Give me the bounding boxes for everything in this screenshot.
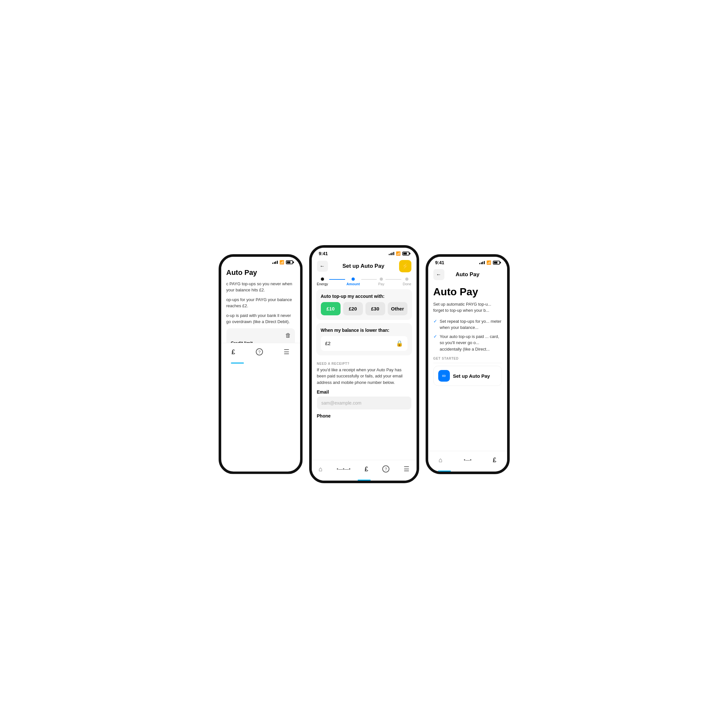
center-help-icon: ? <box>382 465 389 473</box>
setup-btn-label: Set up Auto Pay <box>453 373 490 379</box>
center-nav-pound[interactable]: £ <box>364 465 368 473</box>
step-amount: Amount <box>346 277 360 286</box>
menu-nav-icon: ☰ <box>284 348 289 356</box>
checkmark-1: ✓ <box>433 318 437 324</box>
center-nav-home[interactable]: ⌂ <box>318 465 323 473</box>
lock-icon: 🔒 <box>396 340 403 347</box>
right-home-icon: ⌂ <box>439 456 442 464</box>
right-nav-home[interactable]: ⌂ <box>439 456 442 464</box>
center-bottom-nav: ⌂ •—•—• £ ? ☰ <box>312 460 416 480</box>
get-started-label: GET STARTED <box>433 357 502 360</box>
back-arrow-icon: ← <box>320 263 325 269</box>
lightning-button[interactable]: ⚡ <box>399 260 411 272</box>
email-label: Email <box>317 389 411 395</box>
check-text-2: Your auto top-up is paid ... card, so yo… <box>440 333 502 353</box>
center-pound-icon: £ <box>364 465 368 473</box>
right-phone: 9:41 📶 ← Auto Pay Auto Pay <box>426 254 510 474</box>
step-energy: Energy <box>317 277 328 286</box>
right-header: ← Auto Pay <box>428 266 507 283</box>
step-dot-amount <box>352 277 355 281</box>
infinity-icon: ∞ <box>438 370 450 382</box>
step-dot-done <box>405 277 408 281</box>
amount-20-button[interactable]: £20 <box>343 302 363 315</box>
center-battery-icon <box>402 252 410 255</box>
step-label-amount: Amount <box>346 282 360 286</box>
left-status-bar: 📶 <box>221 257 300 266</box>
step-line-1 <box>329 279 345 280</box>
receipt-desc: If you'd like a receipt when your Auto P… <box>317 367 411 386</box>
divider <box>433 363 502 363</box>
right-nav-dots[interactable]: •—• <box>464 457 471 462</box>
step-dot-pay <box>380 277 383 281</box>
nav-item-menu-left[interactable]: ☰ <box>284 348 289 356</box>
email-input[interactable]: sam@example.com <box>317 396 411 410</box>
left-desc2: op-ups for your PAYG your balance reache… <box>226 297 295 309</box>
step-done: Done <box>403 277 411 286</box>
auto-pay-title: Auto Pay <box>433 286 502 298</box>
center-menu-icon: ☰ <box>404 465 410 473</box>
right-pound-icon: £ <box>493 456 496 464</box>
balance-title: When my balance is lower than: <box>321 327 407 333</box>
signal-icon <box>272 261 278 264</box>
pound-nav-icon: £ <box>232 348 235 356</box>
receipt-label: NEED A RECEIPT? <box>317 362 411 366</box>
left-desc3: o-up is paid with your bank ll never go … <box>226 312 295 325</box>
dots-icon: •—•—• <box>336 466 350 471</box>
balance-input-row: £2 🔒 <box>321 336 407 351</box>
balance-section: When my balance is lower than: £2 🔒 <box>316 323 412 355</box>
center-screen: 9:41 📶 ← Set up Auto Pay ⚡ <box>312 248 416 480</box>
center-nav-help[interactable]: ? <box>382 465 389 473</box>
nav-item-pound-left[interactable]: £ <box>232 348 235 356</box>
check-text-1: Set repeat top-ups for yo... meter when … <box>440 318 502 331</box>
center-time: 9:41 <box>319 251 328 256</box>
trash-icon[interactable]: 🗑 <box>285 332 291 339</box>
back-button[interactable]: ← <box>317 261 328 272</box>
right-screen: 9:41 📶 ← Auto Pay Auto Pay <box>428 257 507 407</box>
right-signal-icon <box>479 261 485 264</box>
amount-30-button[interactable]: £30 <box>366 302 385 315</box>
left-title: Auto Pay <box>226 268 295 277</box>
center-status-icons: 📶 <box>389 251 410 256</box>
step-line-2 <box>361 279 377 280</box>
center-status-bar: 9:41 📶 <box>312 248 416 257</box>
step-dot-energy <box>321 277 324 281</box>
battery-icon <box>286 260 293 264</box>
topup-section: Auto top-up my account with: £10 £20 £30… <box>316 289 412 320</box>
right-status-icons: 📶 <box>479 260 500 265</box>
center-header: ← Set up Auto Pay ⚡ <box>312 257 416 275</box>
left-desc1: c PAYG top-ups so you never when your ba… <box>226 281 295 293</box>
step-pay: Pay <box>378 277 384 286</box>
amount-options: £10 £20 £30 Other <box>321 302 407 315</box>
right-time: 9:41 <box>435 260 444 265</box>
help-nav-icon: ? <box>256 348 263 355</box>
right-back-button[interactable]: ← <box>433 269 444 280</box>
home-icon: ⌂ <box>318 465 323 473</box>
right-back-arrow-icon: ← <box>436 272 442 277</box>
step-line-3 <box>385 279 401 280</box>
step-label-pay: Pay <box>378 282 384 286</box>
center-nav-dots[interactable]: •—•—• <box>336 466 350 471</box>
wifi-icon: 📶 <box>280 260 284 265</box>
center-signal-icon <box>389 252 394 255</box>
setup-auto-pay-button[interactable]: ∞ Set up Auto Pay <box>433 366 502 386</box>
amount-other-button[interactable]: Other <box>388 302 407 315</box>
right-nav-pound[interactable]: £ <box>493 456 496 464</box>
progress-stepper: Energy Amount Pay Done <box>312 275 416 286</box>
check-item-2: ✓ Your auto top-up is paid ... card, so … <box>433 333 502 353</box>
check-item-1: ✓ Set repeat top-ups for yo... meter whe… <box>433 318 502 331</box>
right-dots-icon: •—• <box>464 457 471 462</box>
center-nav-menu[interactable]: ☰ <box>404 465 410 473</box>
right-header-title: Auto Pay <box>456 271 480 278</box>
step-label-done: Done <box>403 282 411 286</box>
topup-title: Auto top-up my account with: <box>321 294 407 299</box>
center-phone: 9:41 📶 ← Set up Auto Pay ⚡ <box>309 245 419 483</box>
step-label-energy: Energy <box>317 282 328 286</box>
nav-item-help-left[interactable]: ? <box>256 348 263 355</box>
left-screen: 📶 Auto Pay c PAYG top-ups so you never w… <box>221 257 300 364</box>
amount-10-button[interactable]: £10 <box>321 302 341 315</box>
auto-pay-desc: Set up automatic PAYG top-u... forget to… <box>433 301 502 314</box>
right-wifi-icon: 📶 <box>486 260 491 265</box>
right-status-bar: 9:41 📶 <box>428 257 507 266</box>
receipt-section: NEED A RECEIPT? If you'd like a receipt … <box>312 359 416 419</box>
checkmark-2: ✓ <box>433 334 437 339</box>
